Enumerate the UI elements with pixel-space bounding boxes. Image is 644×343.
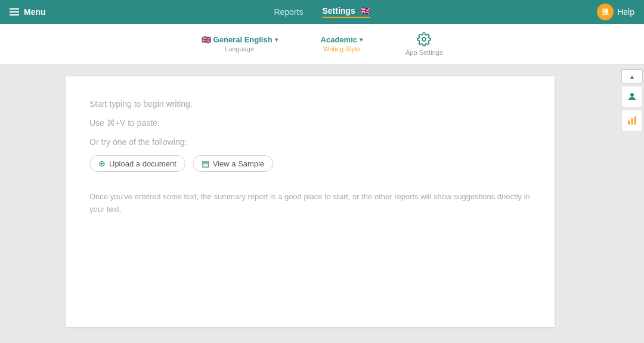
person-icon [627,91,637,102]
language-dropdown-arrow: ▾ [275,36,278,43]
app-settings-sublabel: App Settings [405,49,442,56]
svg-rect-4 [634,116,636,125]
upload-document-button[interactable]: ⊕ Upload a document [89,155,185,172]
action-buttons-row: ⊕ Upload a document ▤ View a Sample [89,155,531,172]
app-settings-selector[interactable]: App Settings [398,27,450,61]
language-label: 🇬🇧 General English ▾ [202,35,278,44]
upload-icon: ⊕ [98,159,106,168]
writing-style-selector[interactable]: Academic ▾ Writing Style [314,30,370,57]
gear-icon [417,32,431,47]
person-icon-button[interactable] [621,86,643,107]
reports-link[interactable]: Reports [274,7,303,17]
chart-icon [627,115,637,126]
sample-icon: ▤ [202,159,209,168]
svg-rect-2 [628,120,630,125]
placeholder-block: Start typing to begin writing. Use ⌘+V t… [89,95,531,150]
flag-emoji: 🇬🇧 [202,35,211,44]
hint-text: Once you've entered some text, the summa… [89,191,531,216]
settings-link[interactable]: Settings 🇬🇧 [322,6,370,18]
help-label: Help [617,7,634,17]
placeholder-line-1: Start typing to begin writing. [89,95,531,112]
writing-style-label: Academic ▾ [321,35,363,44]
menu-label: Menu [24,7,46,17]
editor-paper[interactable]: Start typing to begin writing. Use ⌘+V t… [66,76,555,327]
right-sidebar: ▲ [620,64,644,343]
chart-icon-button[interactable] [621,110,643,131]
scroll-up-button[interactable]: ▲ [621,69,643,84]
writing-style-sublabel: Writing Style [323,45,360,52]
menu-button[interactable]: Menu [10,7,46,17]
svg-point-1 [630,93,634,97]
language-sublabel: Language [225,45,254,52]
svg-point-0 [422,38,426,41]
view-sample-button[interactable]: ▤ View a Sample [193,155,273,172]
language-selector[interactable]: 🇬🇧 General English ▾ Language [194,30,285,57]
svg-rect-3 [631,118,633,125]
nav-center: Reports Settings 🇬🇧 [274,6,370,18]
flag-icon: 🇬🇧 [360,6,370,16]
editor-container: Start typing to begin writing. Use ⌘+V t… [0,64,620,343]
style-dropdown-arrow: ▾ [360,36,363,43]
placeholder-line-2: Use ⌘+V to paste. [89,115,531,131]
upload-button-label: Upload a document [109,159,177,168]
sample-button-label: View a Sample [213,159,264,168]
sub-nav: 🇬🇧 General English ▾ Language Academic ▾… [0,24,644,64]
content-area: Start typing to begin writing. Use ⌘+V t… [0,64,644,343]
placeholder-line-3: Or try one of the following: [89,134,531,150]
top-nav: Menu Reports Settings 🇬🇧 搜 Help [0,0,644,24]
hamburger-icon [10,8,19,16]
avatar: 搜 [597,4,614,20]
help-area[interactable]: 搜 Help [597,4,634,20]
